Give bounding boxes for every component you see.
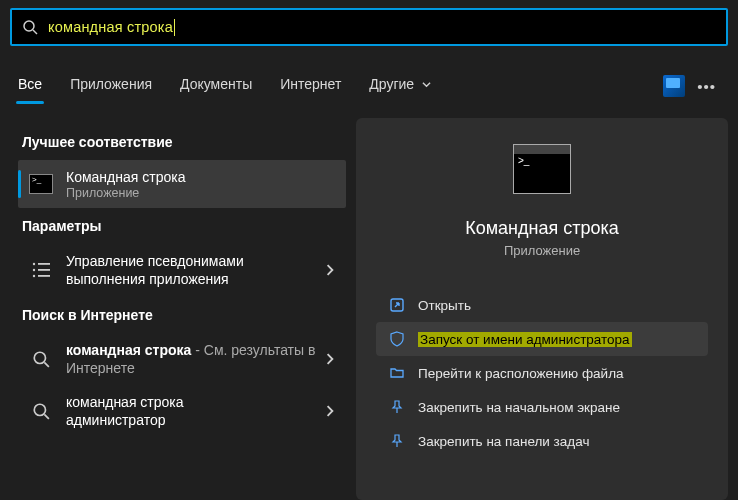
svg-point-0 [24, 21, 34, 31]
svg-point-10 [34, 404, 45, 415]
action-open[interactable]: Открыть [376, 288, 708, 322]
chevron-down-icon [422, 80, 431, 89]
action-label: Открыть [418, 298, 471, 313]
tab-more[interactable]: Другие [367, 70, 433, 102]
svg-rect-5 [38, 269, 50, 271]
svg-point-2 [33, 263, 35, 265]
tab-apps[interactable]: Приложения [68, 70, 154, 102]
search-input[interactable]: командная строка [48, 19, 716, 36]
search-icon [22, 19, 38, 35]
result-web-search-1[interactable]: командная строка - См. результаты в Инте… [18, 333, 346, 385]
result-web-search-2[interactable]: командная строка администратор [18, 385, 346, 437]
result-title: командная строка - См. результаты в Инте… [66, 341, 316, 377]
action-open-location[interactable]: Перейти к расположению файла [376, 356, 708, 390]
result-title: Управление псевдонимами [66, 252, 316, 270]
chevron-right-icon [324, 405, 336, 417]
pin-icon [388, 432, 406, 450]
action-label: Запуск от имени администратора [418, 332, 632, 347]
chevron-right-icon [324, 264, 336, 276]
search-icon [28, 398, 54, 424]
action-pin-start[interactable]: Закрепить на начальном экране [376, 390, 708, 424]
results-panel: Лучшее соответствие Командная строка При… [10, 118, 346, 500]
result-title-line2: администратор [66, 411, 316, 429]
action-label: Перейти к расположению файла [418, 366, 624, 381]
search-bar[interactable]: командная строка [10, 8, 728, 46]
search-icon [28, 346, 54, 372]
result-title-line2: выполнения приложения [66, 270, 316, 288]
web-search-header: Поиск в Интернете [22, 307, 346, 323]
tab-documents[interactable]: Документы [178, 70, 254, 102]
svg-point-8 [34, 352, 45, 363]
preview-subtitle: Приложение [504, 243, 580, 258]
preview-panel: Командная строка Приложение Открыть Запу… [356, 118, 728, 500]
svg-line-11 [44, 415, 49, 420]
result-title: командная строка [66, 393, 316, 411]
shield-icon [388, 330, 406, 348]
profile-avatar[interactable] [663, 75, 685, 97]
svg-line-1 [33, 30, 37, 34]
result-subtitle: Приложение [66, 186, 336, 200]
pin-icon [388, 398, 406, 416]
tab-all[interactable]: Все [16, 70, 44, 102]
action-pin-taskbar[interactable]: Закрепить на панели задач [376, 424, 708, 458]
result-title: Командная строка [66, 168, 336, 186]
tabs-bar: Все Приложения Документы Интернет Другие… [0, 66, 738, 106]
svg-rect-3 [38, 263, 50, 265]
action-label: Закрепить на начальном экране [418, 400, 620, 415]
svg-rect-7 [38, 275, 50, 277]
settings-list-icon [28, 257, 54, 283]
preview-title: Командная строка [465, 218, 619, 239]
tab-internet[interactable]: Интернет [278, 70, 343, 102]
open-icon [388, 296, 406, 314]
chevron-right-icon [324, 353, 336, 365]
svg-point-6 [33, 275, 35, 277]
svg-point-4 [33, 269, 35, 271]
command-prompt-large-icon [513, 144, 571, 194]
action-label: Закрепить на панели задач [418, 434, 589, 449]
best-match-header: Лучшее соответствие [22, 134, 346, 150]
command-prompt-icon [28, 171, 54, 197]
result-best-match[interactable]: Командная строка Приложение [18, 160, 346, 208]
more-options-button[interactable]: ••• [697, 78, 716, 95]
action-run-as-admin[interactable]: Запуск от имени администратора [376, 322, 708, 356]
folder-icon [388, 364, 406, 382]
svg-line-9 [44, 362, 49, 367]
actions-list: Открыть Запуск от имени администратора П… [376, 288, 708, 458]
settings-header: Параметры [22, 218, 346, 234]
result-alias-settings[interactable]: Управление псевдонимами выполнения прило… [18, 244, 346, 296]
